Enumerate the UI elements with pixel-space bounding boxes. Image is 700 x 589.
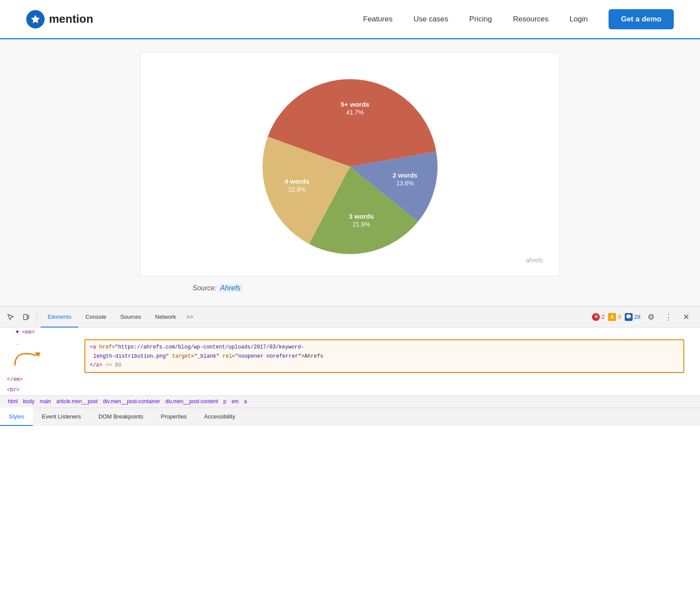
nav-use-cases[interactable]: Use cases	[413, 15, 448, 24]
device-icon	[23, 314, 30, 321]
breadcrumb-p[interactable]: p	[220, 398, 229, 404]
source-link[interactable]: Ahrefs	[219, 284, 242, 292]
chart-card: 5+ words41.7%2 words13.6%3 words21.9%4 w…	[140, 52, 560, 276]
breadcrumb-html[interactable]: html	[5, 398, 21, 404]
nav-resources[interactable]: Resources	[513, 15, 549, 24]
svg-text:3 words: 3 words	[349, 213, 374, 220]
ahrefs-watermark: ahrefs	[526, 257, 543, 264]
code-line-1: <a href="https://ahrefs.com/blog/wp-cont…	[90, 343, 679, 352]
devtools-status-area: ✕ 2 ⚠ 9 💬 28 ⚙ ⋮ ✕	[592, 310, 696, 324]
warning-icon: ⚠	[608, 313, 616, 321]
pie-chart-container: 5+ words41.7%2 words13.6%3 words21.9%4 w…	[154, 66, 546, 267]
devtools-tabs: Elements Console Sources Network >>	[41, 307, 196, 328]
devtools-toolbar: Elements Console Sources Network >> ✕ 2 …	[0, 307, 700, 328]
breadcrumb-a[interactable]: a	[242, 398, 250, 404]
svg-text:4 words: 4 words	[284, 178, 309, 185]
devtools-more-button[interactable]: ⋮	[662, 310, 676, 324]
tab-network[interactable]: Network	[148, 307, 183, 328]
dom-line-em-open[interactable]: ▼ <em>	[0, 328, 700, 338]
bottom-tab-properties[interactable]: Properties	[152, 408, 196, 426]
nav-features[interactable]: Features	[363, 15, 392, 24]
star-icon	[30, 14, 41, 24]
selected-element-box[interactable]: <a href="https://ahrefs.com/blog/wp-cont…	[84, 339, 684, 373]
navbar: mention Features Use cases Pricing Resou…	[0, 0, 700, 39]
bottom-tab-dom-breakpoints[interactable]: DOM Breakpoints	[90, 408, 152, 426]
breadcrumb-main[interactable]: main	[37, 398, 54, 404]
svg-text:41.7%: 41.7%	[346, 109, 364, 116]
selected-element-container: <a href="https://ahrefs.com/blog/wp-cont…	[22, 339, 700, 373]
devtools-close-button[interactable]: ✕	[679, 310, 693, 324]
svg-text:22.8%: 22.8%	[288, 186, 306, 193]
breadcrumb-body[interactable]: body	[21, 398, 37, 404]
devtools-dom-content: ▼ <em> … <a	[0, 328, 700, 395]
dom-line-em-close[interactable]: </em>	[0, 375, 700, 385]
info-status: 💬 28	[625, 313, 640, 321]
breadcrumb-em[interactable]: em	[229, 398, 242, 404]
nav-login[interactable]: Login	[570, 15, 588, 24]
toolbar-divider	[37, 311, 37, 323]
svg-text:5+ words: 5+ words	[341, 101, 369, 108]
tab-console[interactable]: Console	[78, 307, 113, 328]
error-icon: ✕	[592, 313, 600, 321]
info-count: 28	[634, 314, 640, 320]
cursor-icon	[7, 314, 14, 321]
error-count: 2	[602, 314, 605, 320]
inspect-element-button[interactable]	[4, 310, 18, 324]
nav-links: Features Use cases Pricing Resources Log…	[363, 9, 674, 29]
breadcrumb-post-content[interactable]: div.men__post-content	[163, 398, 221, 404]
code-line-3: </a> == $0	[90, 361, 679, 369]
svg-text:21.9%: 21.9%	[353, 221, 370, 228]
svg-rect-9	[28, 315, 29, 319]
breadcrumb-article[interactable]: article.men__post	[54, 398, 101, 404]
bottom-tab-accessibility[interactable]: Accessibility	[196, 408, 244, 426]
devtools-panel: Elements Console Sources Network >> ✕ 2 …	[0, 306, 700, 426]
arrow-svg	[10, 345, 46, 366]
orange-arrow	[10, 345, 46, 368]
svg-text:13.6%: 13.6%	[396, 180, 414, 187]
page-content: 5+ words41.7%2 words13.6%3 words21.9%4 w…	[0, 39, 700, 426]
error-status: ✕ 2	[592, 313, 605, 321]
warning-status: ⚠ 9	[608, 313, 621, 321]
logo-icon	[26, 10, 45, 28]
logo[interactable]: mention	[26, 10, 93, 28]
code-line-2: length-distribution.png" target="_blank"…	[90, 352, 679, 361]
svg-text:2 words: 2 words	[392, 171, 417, 179]
warning-count: 9	[618, 314, 621, 320]
devtools-bottom-tabs: Styles Event Listeners DOM Breakpoints P…	[0, 408, 700, 426]
dom-line-br[interactable]: <br>	[0, 385, 700, 395]
info-icon: 💬	[625, 313, 633, 321]
selected-element-row: … <a href="https://ahrefs.com/blog/wp-co…	[0, 338, 700, 375]
more-tabs-button[interactable]: >>	[183, 307, 196, 328]
source-line: Source: Ahrefs	[140, 276, 560, 292]
tab-sources[interactable]: Sources	[113, 307, 148, 328]
logo-text: mention	[49, 12, 93, 26]
bottom-tab-styles[interactable]: Styles	[0, 408, 33, 426]
source-label: Source:	[192, 284, 217, 292]
svg-rect-8	[24, 314, 27, 320]
breadcrumb-post-container[interactable]: div.men__post-container	[100, 398, 163, 404]
bottom-tab-event-listeners[interactable]: Event Listeners	[33, 408, 90, 426]
device-toolbar-button[interactable]	[19, 310, 33, 324]
pie-chart-final: 5+ words41.7%2 words13.6%3 words21.9%4 w…	[241, 66, 459, 267]
tab-elements[interactable]: Elements	[41, 307, 78, 328]
nav-pricing[interactable]: Pricing	[469, 15, 492, 24]
dom-breadcrumb: html body main article.men__post div.men…	[0, 395, 700, 408]
devtools-settings-button[interactable]: ⚙	[644, 310, 658, 324]
get-demo-button[interactable]: Get a demo	[609, 9, 674, 29]
